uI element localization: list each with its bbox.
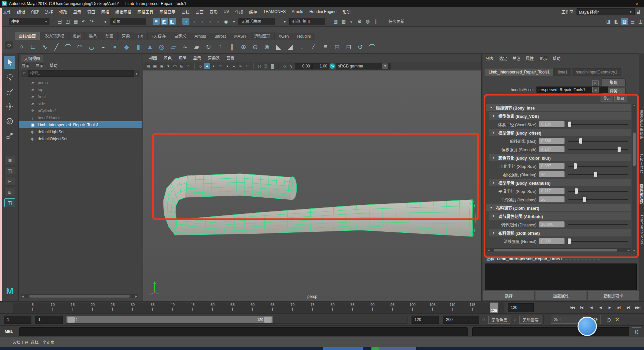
shelf-tab-Bifrost[interactable]: Bifrost bbox=[210, 33, 230, 40]
oversampling-icon[interactable]: ∴ bbox=[185, 63, 191, 69]
scale-tool[interactable] bbox=[4, 130, 15, 142]
outliner-item-side[interactable]: ▰side bbox=[19, 100, 142, 107]
shelf-tab-多边形建模[interactable]: 多边形建模 bbox=[40, 32, 68, 40]
shelf-menu-gear-icon[interactable]: ⚙ bbox=[5, 41, 13, 49]
menu-item-网格显示[interactable]: 网格显示 bbox=[156, 9, 178, 15]
playback-end-field[interactable]: 120 bbox=[412, 316, 439, 324]
menu-item-修改[interactable]: 修改 bbox=[56, 9, 70, 15]
attr-menu-列表[interactable]: 列表 bbox=[486, 55, 494, 61]
shelf-tab-装备[interactable]: 装备 bbox=[85, 32, 101, 40]
nurbs-cylinder-icon[interactable]: ▮ bbox=[134, 42, 143, 51]
attr-value-field[interactable]: 0.100 bbox=[539, 121, 565, 127]
two-d-pan-zoom-icon[interactable]: ⊞ bbox=[179, 63, 185, 69]
outliner-menu-显示[interactable]: 显示 bbox=[35, 62, 43, 68]
scroll-right-icon[interactable]: ▶ bbox=[134, 295, 138, 298]
hypershade-icon[interactable]: ◍ bbox=[364, 18, 371, 25]
snap-to-view-plane-icon[interactable]: ∩ bbox=[214, 18, 221, 25]
boolean-intersection-icon[interactable]: ⊗ bbox=[262, 42, 272, 51]
play-forwards-button[interactable]: ▶ bbox=[605, 303, 614, 312]
collapse-triangle-icon[interactable]: ▼ bbox=[492, 131, 495, 134]
grip-handle[interactable] bbox=[3, 339, 6, 345]
viewport-menu-着色[interactable]: 着色 bbox=[161, 55, 175, 61]
attr-value-field[interactable]: 44 bbox=[539, 171, 565, 177]
outliner-item-pCylinder1[interactable]: ❖pCylinder1 bbox=[19, 107, 142, 114]
mel-input[interactable] bbox=[19, 327, 468, 336]
attr-slider[interactable] bbox=[568, 163, 628, 169]
revolve-icon[interactable]: ↻ bbox=[204, 42, 213, 51]
symmetry-field[interactable]: 对称: 禁用 bbox=[289, 18, 325, 25]
outliner-horizontal-scrollbar[interactable]: ◀ ▶ bbox=[21, 294, 138, 298]
menu-item-曲面[interactable]: 曲面 bbox=[192, 9, 206, 15]
menu-item-TEAMONES[interactable]: TEAMONES bbox=[260, 9, 289, 14]
attr-value-field[interactable]: 26 bbox=[539, 196, 565, 202]
menu-item-窗口[interactable]: 窗口 bbox=[84, 9, 98, 15]
four-pane-layout-button[interactable]: ⊞ bbox=[4, 188, 15, 196]
outliner-title-tab[interactable]: 大纲视图 bbox=[21, 55, 43, 62]
menu-item-网格工具[interactable]: 网格工具 bbox=[134, 9, 156, 15]
chevron-down-icon[interactable]: ▽ bbox=[514, 318, 516, 322]
single-pane-layout-button[interactable]: ▣ bbox=[4, 156, 15, 164]
outliner-item-defaultObjectSet[interactable]: ◎defaultObjectSet bbox=[19, 135, 142, 142]
notes-textarea[interactable] bbox=[485, 264, 637, 290]
collapse-triangle-icon[interactable]: ▼ bbox=[490, 106, 493, 109]
channel-box-toggle-icon[interactable]: ▥ bbox=[621, 18, 628, 25]
attr-tab-houdiniInputGeometry1[interactable]: houdiniInputGeometry1 bbox=[572, 68, 621, 76]
scroll-up-icon[interactable]: ▲ bbox=[632, 104, 636, 107]
exposure-icon[interactable]: ☼ bbox=[282, 63, 288, 69]
scrollbar-thumb[interactable] bbox=[494, 249, 617, 251]
two-pane-layout-button[interactable]: ◫ bbox=[4, 166, 15, 175]
detach-surfaces-icon[interactable]: ⊟ bbox=[344, 42, 353, 51]
boolean-difference-icon[interactable]: ⊖ bbox=[251, 42, 260, 51]
outliner-persp-layout-button[interactable]: ◫ bbox=[4, 198, 15, 207]
reload-asset-icon[interactable]: ⇲ bbox=[592, 87, 599, 93]
nurbs-torus-icon[interactable]: ◎ bbox=[157, 42, 166, 51]
range-slider-track[interactable]: 1 120 bbox=[66, 316, 408, 324]
shelf-tab-渲染[interactable]: 渲染 bbox=[118, 32, 134, 40]
outliner-item-bend1Handle[interactable]: ʃbend1Handle bbox=[19, 114, 142, 121]
attribute-editor-toggle-icon[interactable]: ◨ bbox=[605, 18, 612, 25]
shelf-tab-Arnold[interactable]: Arnold bbox=[190, 33, 210, 40]
attr-section-header[interactable]: ▼模型偏移 (Body_offset) bbox=[489, 129, 631, 136]
shelf-tab-FX[interactable]: FX bbox=[134, 33, 147, 40]
viewport-menu-显示[interactable]: 显示 bbox=[190, 55, 204, 61]
frame-ruler[interactable]: 5101520253035404550556065707580859095100… bbox=[13, 303, 504, 313]
attr-section-header[interactable]: ▼布料偏移 (cloth offset) bbox=[489, 229, 631, 236]
bookmarks-icon[interactable]: ▾ bbox=[165, 63, 171, 69]
undo-icon[interactable]: ↶ bbox=[80, 18, 87, 25]
script-editor-icon[interactable]: {;} bbox=[632, 327, 641, 336]
menu-item-帮助[interactable]: 帮助 bbox=[339, 9, 353, 15]
viewport-menu-视图[interactable]: 视图 bbox=[146, 55, 160, 61]
shelf-tab-FX 缓存[interactable]: FX 缓存 bbox=[148, 32, 170, 40]
go-to-start-button[interactable]: |◀◀ bbox=[568, 303, 577, 312]
side-tab-属性编辑器[interactable]: 属性编辑器 bbox=[639, 184, 644, 204]
lock-icon[interactable] bbox=[637, 9, 641, 14]
anim-layer-dropdown[interactable]: 无动画层 bbox=[519, 316, 541, 324]
stacked-pane-layout-button[interactable]: ⊟ bbox=[4, 177, 15, 186]
make-live-icon[interactable]: ◉ bbox=[222, 18, 229, 25]
gamma-field[interactable]: 1.00 bbox=[312, 63, 329, 69]
slider-handle[interactable] bbox=[574, 163, 577, 169]
trim-tool-icon[interactable]: ∕ bbox=[309, 42, 318, 51]
menu-item-文件[interactable]: 文件 bbox=[0, 9, 14, 15]
fillet-curve-icon[interactable]: ⌒ bbox=[367, 42, 377, 51]
mel-label[interactable]: MEL bbox=[5, 329, 19, 334]
rotate-tool[interactable] bbox=[4, 115, 15, 128]
minimize-button[interactable]: — bbox=[602, 0, 616, 7]
outliner-menu-帮助[interactable]: 帮助 bbox=[49, 62, 57, 68]
joint-xray-icon[interactable]: ▓ bbox=[270, 63, 276, 69]
select-by-name-input[interactable]: 对象 bbox=[110, 18, 146, 25]
paint-select-tool[interactable] bbox=[4, 85, 15, 98]
character-controls-toggle-icon[interactable]: ◫ bbox=[637, 18, 644, 25]
playback-start-field[interactable]: 1 bbox=[35, 316, 63, 324]
attr-value-field[interactable]: 0.000 bbox=[539, 238, 565, 244]
slider-handle[interactable] bbox=[568, 122, 571, 127]
shelf-tab-Houdini[interactable]: Houdini bbox=[293, 33, 315, 40]
xray-icon[interactable]: ▒ bbox=[263, 63, 269, 69]
attr-section-header[interactable]: ▼布料调节 (Cloth_insert) bbox=[486, 204, 631, 211]
attribute-vertical-scrollbar[interactable]: ▲ ▼ bbox=[632, 104, 636, 252]
attr-slider[interactable] bbox=[568, 197, 628, 202]
menu-item-网格[interactable]: 网格 bbox=[98, 9, 112, 15]
workspace-dropdown[interactable]: Maya 经典* ▼ bbox=[577, 8, 635, 15]
shelf-tab-动画[interactable]: 动画 bbox=[101, 32, 118, 40]
attr-slider[interactable] bbox=[568, 147, 628, 152]
